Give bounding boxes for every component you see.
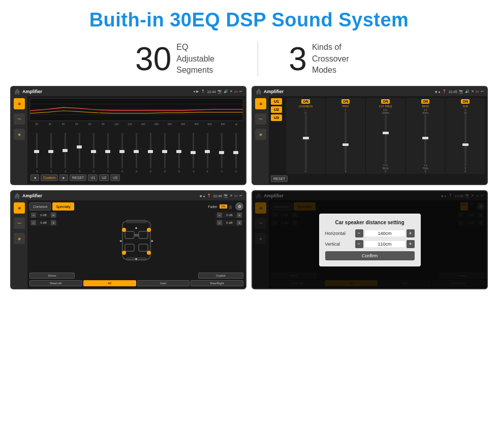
eq-slider-9[interactable] xyxy=(144,133,158,168)
screen2-crossover-main: U1 U2 U3 ON LOUDNESS ~~ G xyxy=(269,96,487,184)
back-icon[interactable]: ↩ xyxy=(239,89,242,94)
sidebar-vol-icon-2[interactable]: ◈ xyxy=(255,129,266,140)
sidebar-eq-icon[interactable]: ≋ xyxy=(14,98,25,109)
svg-rect-8 xyxy=(125,244,134,251)
screen2-sidebar: ≋ 〜 ◈ xyxy=(253,96,269,184)
eq-bottom-bar: ◄ Custom ► RESET U1 U2 U3 xyxy=(29,173,243,182)
db-minus-right-2[interactable]: − xyxy=(217,220,222,225)
eq-expand-icon[interactable]: » xyxy=(230,123,242,126)
eq-slider-7[interactable] xyxy=(116,133,129,168)
eq-slider-13[interactable] xyxy=(201,133,214,168)
channel-phat: ON PHAT F 0 xyxy=(326,98,365,174)
channel-columns: ON LOUDNESS ~~ G 0 ON PHAT F xyxy=(286,98,485,174)
vertical-minus-btn[interactable]: − xyxy=(355,240,363,248)
db-minus-right-1[interactable]: − xyxy=(217,213,222,218)
copilot-btn[interactable]: Copilot xyxy=(198,273,243,279)
eq-slider-2[interactable] xyxy=(45,133,58,168)
home-icon-2[interactable] xyxy=(256,88,262,95)
phat-label: ON xyxy=(341,99,350,104)
eq-reset-btn[interactable]: RESET xyxy=(70,174,86,181)
preset-u1[interactable]: U1 xyxy=(271,98,282,105)
svg-rect-9 xyxy=(139,244,148,251)
db-plus-left-1[interactable]: + xyxy=(51,213,56,218)
rearleft-btn[interactable]: RearLeft xyxy=(29,280,82,286)
distance-modal-overlay: Car speaker distance setting Horizontal … xyxy=(253,191,487,288)
cutfreq-slider[interactable] xyxy=(385,114,387,164)
settings-icon[interactable]: ⚙ xyxy=(235,202,243,211)
screen2-body: ≋ 〜 ◈ U1 U2 U3 ON LOUDNESS xyxy=(253,96,487,184)
eq-slider-5[interactable] xyxy=(87,133,101,168)
eq-u3-btn[interactable]: U3 xyxy=(110,174,120,181)
eq-slider-10[interactable] xyxy=(158,133,171,168)
screen2-bottom: RESET xyxy=(271,175,485,182)
driver-btn[interactable]: Driver xyxy=(29,273,75,279)
db-plus-left-2[interactable]: + xyxy=(51,220,56,225)
eq-number: 30 xyxy=(135,43,171,75)
home-icon[interactable] xyxy=(14,88,20,95)
speaker-left-controls: − 0 dB + − 0 dB + xyxy=(29,212,57,271)
horizontal-label: Horizontal xyxy=(325,231,353,236)
eq-custom-btn[interactable]: Custom xyxy=(41,174,58,181)
sidebar-wave-icon-2[interactable]: 〜 xyxy=(255,113,266,125)
screen2-time: 10:45 xyxy=(448,90,457,94)
preset-u3[interactable]: U3 xyxy=(271,114,282,121)
all-btn[interactable]: All xyxy=(83,280,136,286)
crossover-reset-btn[interactable]: RESET xyxy=(271,175,288,182)
eq-slider-1[interactable] xyxy=(30,133,44,168)
horizontal-plus-btn[interactable]: + xyxy=(407,229,415,237)
eq-prev-btn[interactable]: ◄ xyxy=(30,174,39,181)
svg-point-13 xyxy=(122,251,126,255)
sidebar-vol-icon-3[interactable]: ◈ xyxy=(14,233,25,244)
crossover-presets: U1 U2 U3 xyxy=(271,98,282,174)
rearright-btn[interactable]: RearRight xyxy=(191,280,243,286)
vertical-control: − 110cm + xyxy=(355,240,415,248)
eq-slider-4[interactable] xyxy=(73,133,86,168)
eq-slider-8[interactable] xyxy=(130,133,143,168)
eq-slider-12[interactable] xyxy=(186,133,200,168)
sidebar-eq-icon-2[interactable]: ≋ xyxy=(255,98,266,109)
db-minus-left-2[interactable]: − xyxy=(31,220,36,225)
home-icon-3[interactable] xyxy=(14,193,20,199)
bass-slider[interactable] xyxy=(424,114,426,164)
eq-u1-btn[interactable]: U1 xyxy=(88,174,98,181)
phat-slider[interactable] xyxy=(345,111,347,170)
eq-value-labels: 00050000000-10-1-1 xyxy=(29,169,243,173)
user-btn[interactable]: User xyxy=(137,280,190,286)
tab-specialty[interactable]: Specialty xyxy=(52,202,74,211)
vertical-plus-btn[interactable]: + xyxy=(407,240,415,248)
preset-u2[interactable]: U2 xyxy=(271,106,282,113)
eq-slider-14[interactable] xyxy=(215,133,228,168)
sidebar-eq-icon-3[interactable]: ≋ xyxy=(14,202,25,214)
eq-slider-3[interactable] xyxy=(59,133,72,168)
eq-u2-btn[interactable]: U2 xyxy=(99,174,109,181)
loudness-slider[interactable] xyxy=(305,114,307,170)
horizontal-value: 140cm xyxy=(365,230,405,236)
tab-common[interactable]: Common xyxy=(29,202,51,211)
screen3-title: Amplifier xyxy=(22,193,198,198)
sidebar-wave-icon[interactable]: 〜 xyxy=(14,113,25,125)
db-plus-right-1[interactable]: + xyxy=(237,213,242,218)
sidebar-wave-icon-3[interactable]: 〜 xyxy=(14,218,25,229)
fader-row: Fader ON ||| xyxy=(208,202,232,211)
eq-next-btn[interactable]: ► xyxy=(59,174,68,181)
eq-sliders xyxy=(29,126,243,169)
screen3-speaker-main: Common Specialty Fader ON ||| ⚙ − xyxy=(27,200,245,288)
db-minus-left-1[interactable]: − xyxy=(31,213,36,218)
horizontal-row: Horizontal − 140cm + xyxy=(325,229,415,237)
channel-sub: ON SUB G 20 5 0 xyxy=(446,98,485,174)
eq-slider-6[interactable] xyxy=(102,133,115,168)
screen3-sidebar: ≋ 〜 ◈ xyxy=(11,200,27,288)
eq-slider-15[interactable] xyxy=(229,133,242,168)
sidebar-vol-icon[interactable]: ◈ xyxy=(14,129,25,140)
db-plus-right-2[interactable]: + xyxy=(237,220,242,225)
eq-slider-11[interactable] xyxy=(172,133,185,168)
horizontal-minus-btn[interactable]: − xyxy=(355,229,363,237)
screen4-distance: Amplifier ■ ● 📍 10:46 📷 ✕ ▭ ↩ ≋ 〜 ◈ Comm… xyxy=(252,190,488,289)
sub-slider[interactable] xyxy=(464,114,466,167)
screen1-body: ≋ 〜 ◈ 253240506380100125160200250 xyxy=(11,96,245,184)
vertical-value: 110cm xyxy=(365,241,405,247)
db-right-1: − 0 dB + xyxy=(215,212,243,218)
confirm-button[interactable]: Confirm xyxy=(325,251,415,260)
tab-row-3: Common Specialty Fader ON ||| ⚙ xyxy=(29,202,243,211)
screen2-crossover: Amplifier ■ ● 📍 10:45 📷 🔊 ✕ ▭ ↩ ≋ 〜 ◈ xyxy=(252,86,488,185)
